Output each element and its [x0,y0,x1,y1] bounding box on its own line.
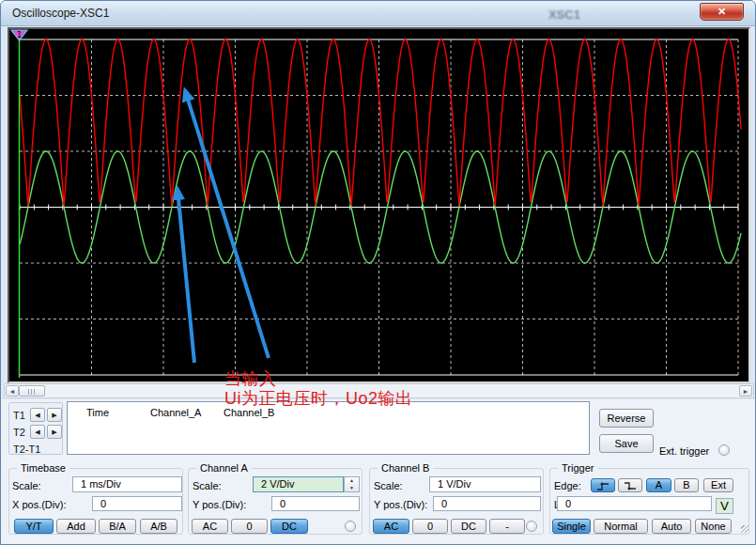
reverse-button[interactable]: Reverse [599,409,654,428]
annotation-text-line2: Ui为正电压时，Uo2输出 [224,387,413,410]
rising-edge-button[interactable] [591,478,615,492]
trigger-source-b-button[interactable]: B [674,478,699,492]
timebase-scale-input[interactable]: 1 ms/Div [72,476,182,492]
channel-b-ground-button[interactable]: 0 [412,519,448,534]
rising-edge-icon [596,481,609,491]
trigger-none-button[interactable]: None [695,519,732,534]
add-mode-button[interactable]: Add [56,519,96,534]
readout-header-time: Time [86,407,109,418]
scope-display[interactable]: 1 [8,27,750,383]
svg-text:1: 1 [17,31,22,39]
t2-left-button[interactable]: ◀ [30,425,45,439]
cursor-panel: T1 ◀ ▶ T2 ◀ ▶ T2-T1 [8,402,63,455]
resize-grip[interactable] [741,525,748,533]
waveform-plot: 1 [9,29,748,382]
trigger-level-unit-select[interactable]: V [716,498,733,514]
channel-b-title: Channel B [378,462,433,474]
channel-b-scale-input[interactable]: 1 V/Div [429,476,541,492]
timebase-title: Timebase [17,462,69,474]
left-arrow-icon: ◀ [35,428,39,435]
channel-a-dc-button[interactable]: DC [270,519,308,534]
trigger-title: Trigger [558,462,597,474]
trigger-level-input[interactable]: 0 [557,496,712,511]
channel-a-ac-button[interactable]: AC [192,519,228,534]
right-arrow-icon: ▶ [52,428,56,435]
oscilloscope-window: Oscilloscope-XSC1 XSC1 ✕ 1 当输入 Ui为正电压时，U… [0,0,756,545]
t1-right-button[interactable]: ▶ [47,408,62,422]
spin-down-icon[interactable]: ▼ [345,485,359,491]
ba-mode-button[interactable]: B/A [99,519,136,534]
channel-a-ypos-input[interactable]: 0 [271,496,360,511]
xsc1-watermark: XSC1 [548,8,580,22]
ab-mode-button[interactable]: A/B [140,519,177,534]
timebase-xpos-label: X pos.(Div): [12,499,66,510]
scroll-right-icon: ► [743,388,749,395]
channel-a-scale-input[interactable]: 2 V/Div [253,476,344,492]
close-button[interactable]: ✕ [700,3,744,21]
timebase-xpos-input[interactable]: 0 [92,496,182,511]
window-title: Oscilloscope-XSC1 [12,7,109,20]
channel-b-scale-label: Scale: [374,480,403,491]
trigger-normal-button[interactable]: Normal [594,519,648,534]
scrollbar-thumb[interactable] [19,385,45,397]
trigger-source-a-button[interactable]: A [646,478,671,492]
channel-b-dc-button[interactable]: DC [451,519,486,534]
channel-a-scale-spinner[interactable]: ▲ ▼ [344,476,360,492]
ext-trigger-radio[interactable] [718,444,730,456]
trigger-source-ext-button[interactable]: Ext [703,478,733,492]
cursor-t2-label: T2 [13,427,25,438]
scroll-left-icon: ◄ [9,388,16,395]
close-icon: ✕ [717,6,726,17]
save-button[interactable]: Save [599,434,654,453]
right-arrow-icon: ▶ [52,412,56,418]
channel-a-radio[interactable] [345,521,356,532]
yt-mode-button[interactable]: Y/T [14,519,54,534]
falling-edge-icon [624,481,637,491]
channel-b-ypos-input[interactable]: 0 [433,496,541,511]
channel-a-ypos-label: Y pos.(Div): [193,499,246,510]
spin-up-icon[interactable]: ▲ [345,477,359,484]
channel-a-title: Channel A [196,462,252,474]
ext-trigger-label: Ext. trigger [659,445,709,457]
scroll-left-button[interactable]: ◄ [6,385,19,397]
timebase-scale-label: Scale: [12,480,41,491]
channel-b-ypos-label: Y pos.(Div): [374,499,427,510]
channel-a-ground-button[interactable]: 0 [231,519,268,534]
scroll-right-button[interactable]: ► [739,385,752,397]
trigger-single-button[interactable]: Single [552,519,591,534]
trigger-auto-button[interactable]: Auto [652,519,691,534]
channel-b-ac-button[interactable]: AC [373,519,409,534]
channel-b-minus-button[interactable]: - [489,519,525,534]
thumb-grip-icon [28,389,37,395]
channel-a-scale-label: Scale: [193,480,222,491]
t2-right-button[interactable]: ▶ [47,425,62,439]
cursor-t1-label: T1 [13,410,25,421]
t1-left-button[interactable]: ◀ [30,408,45,422]
trigger-edge-label: Edge: [554,480,581,491]
channel-b-radio[interactable] [526,521,537,532]
readout-header-channel-a: Channel_A [150,407,201,418]
left-arrow-icon: ◀ [35,412,39,418]
falling-edge-button[interactable] [618,478,642,492]
cursor-t2t1-label: T2-T1 [13,444,40,455]
title-bar[interactable]: Oscilloscope-XSC1 XSC1 ✕ [1,1,755,26]
